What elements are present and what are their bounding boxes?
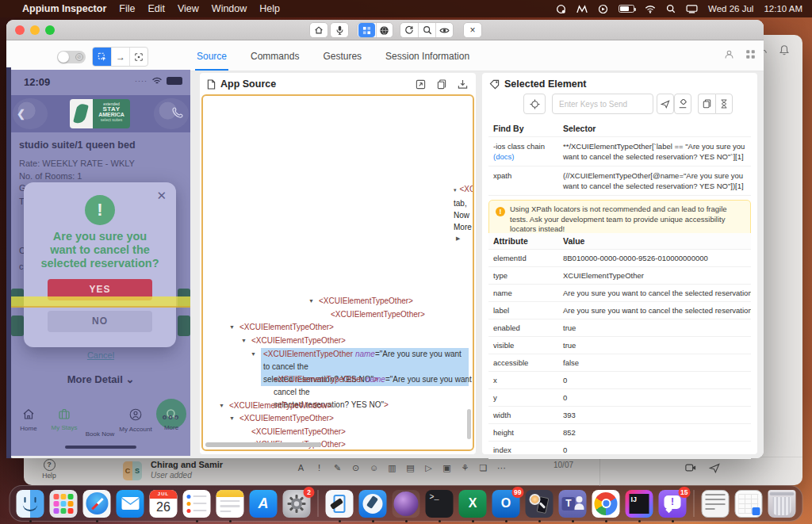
expand-arrow-icon[interactable]: ▼ xyxy=(308,295,314,308)
tab-gestures[interactable]: Gestures xyxy=(321,42,363,71)
more-icon[interactable]: ⋯ xyxy=(496,463,507,473)
dock-inspector-icon[interactable] xyxy=(526,490,553,518)
bell-icon[interactable] xyxy=(779,44,790,55)
dock-intellij-icon[interactable]: IJ xyxy=(626,490,653,518)
swipe-mode-button[interactable]: → xyxy=(111,48,129,66)
tab-session-information[interactable]: Session Information xyxy=(384,42,471,71)
source-tree[interactable]: ▾<XC tab, Now More ▶ ▼<XCUIElementTypeOt… xyxy=(201,94,474,451)
wifi-icon[interactable] xyxy=(645,5,656,13)
horizontal-scrollbar[interactable] xyxy=(205,442,321,447)
collapsed-arrow-icon[interactable]: ▶ xyxy=(456,235,460,242)
dock-reminders-icon[interactable] xyxy=(183,490,211,518)
zoom-window-button[interactable] xyxy=(45,25,55,35)
praise-icon[interactable]: ⚘ xyxy=(460,463,470,473)
clear-input-button[interactable] xyxy=(674,94,691,114)
record-menu-icon[interactable] xyxy=(598,4,608,14)
device-tab-my-account[interactable]: My Account xyxy=(118,408,153,433)
avatar[interactable]: C S xyxy=(123,461,142,480)
screenshot-interaction-toggle[interactable]: ⊘ xyxy=(57,51,86,63)
battery-icon[interactable] xyxy=(619,5,634,13)
menu-time[interactable]: 12:10 AM xyxy=(764,4,802,13)
dock-simulator-icon[interactable] xyxy=(326,490,354,518)
device-tab-my-stays[interactable]: My Stays xyxy=(47,408,82,431)
source-tree-node[interactable]: ▼<XCUIElementTypeOther> xyxy=(251,335,346,347)
control-center-icon[interactable] xyxy=(686,5,698,13)
source-tree-node[interactable]: ▼<XCUIElementTypeOther> xyxy=(319,295,413,308)
expand-arrow-icon[interactable]: ▼ xyxy=(229,321,235,334)
grid-view-button[interactable] xyxy=(358,23,375,37)
menu-file[interactable]: File xyxy=(119,3,135,14)
expand-arrow-icon[interactable]: ▼ xyxy=(229,412,235,425)
vertical-scrollbar[interactable] xyxy=(467,409,471,439)
find-by-row[interactable]: xpath (//XCUIElementTypeOther[@name="Are… xyxy=(488,166,751,196)
menu-edit[interactable]: Edit xyxy=(147,3,165,14)
no-button[interactable]: NO xyxy=(48,311,152,332)
attribute-row[interactable]: x0 xyxy=(488,372,751,389)
back-chevron-icon[interactable]: ❮ xyxy=(17,108,25,120)
dock-mail-icon[interactable] xyxy=(117,490,144,518)
home-button[interactable] xyxy=(309,22,328,38)
dock-appium-icon[interactable] xyxy=(393,490,420,518)
menu-view[interactable]: View xyxy=(178,3,199,14)
attach-icon[interactable]: ✎ xyxy=(332,463,343,473)
device-screenshot[interactable]: 12:09 ···· ❮ extended STAY AMERICA se xyxy=(11,70,190,456)
dialog-close-icon[interactable]: ✕ xyxy=(156,189,167,203)
download-icon[interactable] xyxy=(458,79,468,90)
attribute-row[interactable]: y0 xyxy=(488,389,751,407)
device-tab-home[interactable]: Home xyxy=(11,408,46,432)
dock-notes-icon[interactable] xyxy=(216,490,244,518)
hide-attributes-icon[interactable] xyxy=(435,23,453,37)
source-tree-node[interactable]: ▼<XCUIElementTypeOther> xyxy=(239,321,334,334)
sticker-icon[interactable]: ▤ xyxy=(405,463,416,473)
emoji-icon[interactable]: ☺ xyxy=(369,463,379,473)
minimize-window-button[interactable] xyxy=(30,25,40,35)
dock-excel-icon[interactable]: X xyxy=(459,490,487,518)
menu-app-name[interactable]: Appium Inspector xyxy=(22,3,106,14)
source-tree-node[interactable]: ▼<XCUIElementTypeOther> xyxy=(239,412,334,425)
wait-for-element-button[interactable] xyxy=(715,94,733,114)
help-button[interactable]: ? Help xyxy=(36,459,63,480)
menu-window[interactable]: Window xyxy=(212,3,247,14)
attribute-row[interactable]: visibletrue xyxy=(488,337,751,354)
apps-grid-icon[interactable] xyxy=(745,49,756,59)
dock-teams-icon[interactable]: T xyxy=(559,490,587,518)
dock-safari-icon[interactable] xyxy=(83,490,111,518)
cancel-link[interactable]: Cancel xyxy=(11,350,190,360)
attribute-row[interactable]: enabledtrue xyxy=(488,319,751,337)
source-tree-node[interactable]: ▼<XCUIElementTypeWindow> xyxy=(229,400,332,412)
dock-terminal-icon[interactable]: >_ xyxy=(426,490,454,518)
tab-commands[interactable]: Commands xyxy=(249,42,301,71)
attribute-row[interactable]: index0 xyxy=(488,442,751,459)
attribute-row[interactable]: elementId8B010000-0000-0000-9526-0100000… xyxy=(488,250,751,267)
find-by-selector[interactable]: (//XCUIElementTypeOther[@name="Are you s… xyxy=(558,166,751,195)
user-icon[interactable] xyxy=(724,49,734,59)
find-by-row[interactable]: -ios class chain (docs)**/XCUIElementTyp… xyxy=(488,137,751,166)
docs-link[interactable]: (docs) xyxy=(493,152,514,161)
window-titlebar[interactable]: × xyxy=(6,20,764,40)
dock-chat-icon[interactable]: !15 xyxy=(659,490,687,518)
copy-attributes-button[interactable] xyxy=(698,94,715,114)
share-icon[interactable]: ▷ xyxy=(423,463,434,473)
dock-launchpad-icon[interactable] xyxy=(50,490,78,518)
video-icon[interactable] xyxy=(685,463,696,472)
dock-appstore-icon[interactable]: A xyxy=(250,490,278,518)
menu-date[interactable]: Wed 26 Jul xyxy=(708,4,753,13)
dock-chrome-icon[interactable] xyxy=(592,490,620,518)
expand-arrow-icon[interactable]: ▼ xyxy=(219,400,224,412)
web-view-button[interactable] xyxy=(376,23,393,37)
send-icon[interactable] xyxy=(709,463,720,473)
attribute-row[interactable]: typeXCUIElementTypeOther xyxy=(488,267,751,285)
more-detail-link[interactable]: More Detail ⌄ xyxy=(11,373,190,385)
expand-arrow-icon[interactable]: ▼ xyxy=(251,348,256,361)
close-window-button[interactable] xyxy=(15,25,25,35)
dock-trash-icon[interactable] xyxy=(768,490,796,518)
find-by-selector[interactable]: **/XCUIElementTypeOther[`label == "Are y… xyxy=(558,137,751,166)
spotlight-search-icon[interactable] xyxy=(666,4,676,13)
dock-calendar-icon[interactable]: JUL26 xyxy=(150,490,178,518)
shortcuts-menu-icon[interactable] xyxy=(556,4,566,14)
send-keys-button[interactable] xyxy=(657,94,674,114)
attribute-row[interactable]: height852 xyxy=(488,424,751,442)
send-keys-input[interactable] xyxy=(552,94,653,114)
quit-session-button[interactable]: × xyxy=(463,22,482,38)
monitor-menu-icon[interactable] xyxy=(576,5,588,13)
